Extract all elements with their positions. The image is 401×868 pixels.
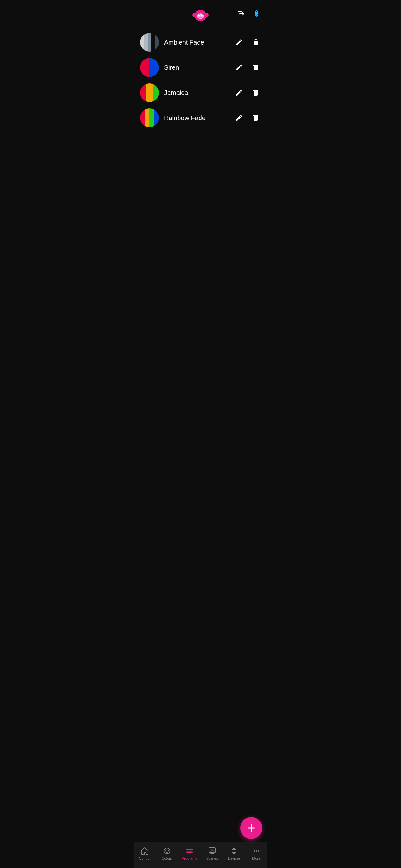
- svg-rect-14: [186, 849, 193, 850]
- svg-rect-15: [186, 850, 193, 851]
- app-logo: [191, 6, 210, 24]
- program-list: Ambient Fade Siren: [134, 27, 267, 842]
- list-item: Jamaica: [134, 80, 267, 105]
- program-name-rainbow-fade: Rainbow Fade: [164, 114, 228, 122]
- nav-scenes-label: Scenes: [206, 857, 218, 860]
- programs-icon: [185, 847, 194, 855]
- list-item: Siren: [134, 55, 267, 80]
- nav-more[interactable]: More: [247, 845, 266, 862]
- svg-point-8: [199, 16, 200, 17]
- nav-control[interactable]: Control: [135, 845, 154, 862]
- svg-point-6: [198, 14, 199, 15]
- program-color-ambient-fade: [140, 33, 159, 52]
- svg-rect-18: [232, 849, 236, 852]
- svg-point-19: [254, 850, 255, 851]
- header-actions: [235, 8, 262, 20]
- devices-icon: [230, 847, 238, 855]
- svg-point-13: [166, 851, 167, 853]
- edit-jamaica-button[interactable]: [234, 88, 244, 98]
- delete-rainbow-fade-button[interactable]: [251, 113, 261, 123]
- svg-point-11: [165, 849, 166, 851]
- nav-devices[interactable]: Devices: [224, 845, 244, 862]
- program-color-jamaica: [140, 83, 159, 102]
- edit-siren-button[interactable]: [234, 62, 244, 73]
- bottom-nav: Control Colors Programs: [134, 842, 267, 868]
- nav-programs-label: Programs: [182, 857, 197, 860]
- header: [134, 0, 267, 27]
- nav-colors-label: Colors: [162, 857, 172, 860]
- svg-point-20: [256, 850, 257, 851]
- svg-point-10: [164, 848, 170, 854]
- svg-point-21: [258, 850, 259, 851]
- svg-point-1: [192, 12, 197, 17]
- item-actions: [234, 62, 261, 73]
- add-program-button[interactable]: [240, 817, 262, 839]
- program-color-rainbow-fade: [140, 108, 159, 127]
- program-name-siren: Siren: [164, 64, 228, 71]
- nav-colors[interactable]: Colors: [157, 845, 177, 862]
- nav-programs[interactable]: Programs: [179, 845, 200, 862]
- login-button[interactable]: [235, 8, 247, 20]
- delete-siren-button[interactable]: [251, 62, 261, 73]
- home-icon: [141, 847, 149, 855]
- program-color-siren: [140, 58, 159, 77]
- item-actions: [234, 88, 261, 98]
- nav-scenes[interactable]: Scenes: [203, 845, 222, 862]
- scenes-icon: [208, 847, 216, 855]
- nav-more-label: More: [252, 857, 260, 860]
- list-item: Rainbow Fade: [134, 105, 267, 130]
- bluetooth-button[interactable]: [251, 8, 262, 19]
- svg-point-9: [201, 16, 202, 17]
- edit-ambient-fade-button[interactable]: [234, 37, 244, 48]
- svg-point-7: [202, 14, 203, 15]
- nav-devices-label: Devices: [228, 857, 241, 860]
- nav-control-label: Control: [139, 857, 150, 860]
- list-item: Ambient Fade: [134, 30, 267, 55]
- program-name-ambient-fade: Ambient Fade: [164, 39, 228, 46]
- program-name-jamaica: Jamaica: [164, 89, 228, 97]
- more-icon: [252, 847, 260, 855]
- item-actions: [234, 113, 261, 123]
- svg-point-12: [167, 849, 169, 851]
- colors-icon: [163, 847, 171, 855]
- svg-point-2: [204, 12, 209, 17]
- delete-jamaica-button[interactable]: [251, 88, 261, 98]
- delete-ambient-fade-button[interactable]: [251, 37, 261, 48]
- edit-rainbow-fade-button[interactable]: [234, 113, 244, 123]
- svg-rect-16: [186, 852, 193, 853]
- item-actions: [234, 37, 261, 48]
